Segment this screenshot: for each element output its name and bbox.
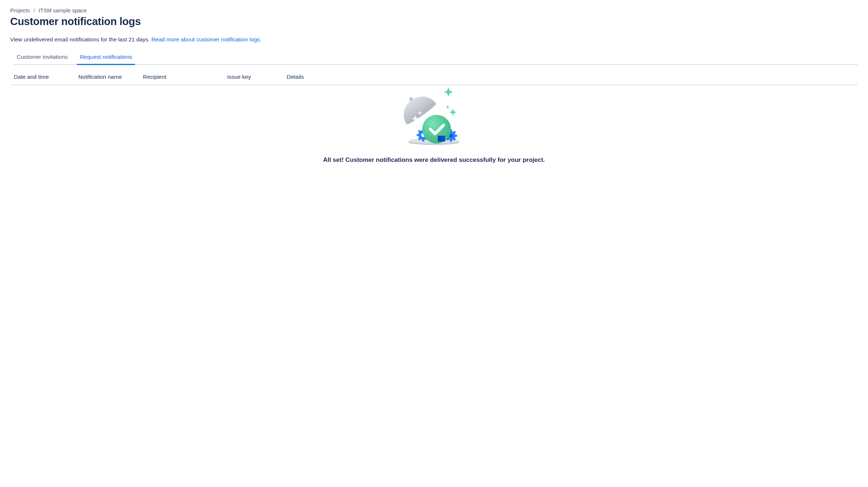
svg-rect-17	[450, 140, 452, 142]
column-details: Details	[287, 74, 858, 80]
empty-state-illustration	[401, 87, 467, 152]
empty-state-message: All set! Customer notifications were del…	[323, 156, 545, 164]
empty-state: All set! Customer notifications were del…	[10, 85, 858, 164]
breadcrumb-separator: /	[33, 7, 35, 13]
breadcrumb-project[interactable]: ITSM sample space	[38, 7, 87, 13]
svg-rect-7	[422, 139, 424, 142]
page-title: Customer notification logs	[10, 16, 858, 28]
column-issue: Issue key	[227, 74, 287, 80]
tabs: Customer invitations Request notificatio…	[14, 51, 858, 65]
column-recipient: Recipient	[143, 74, 227, 80]
column-date: Date and time	[14, 74, 78, 80]
page-description: View undelivered email notifications for…	[10, 36, 858, 43]
breadcrumb-projects[interactable]: Projects	[10, 7, 30, 13]
svg-rect-26	[438, 136, 442, 142]
tab-customer-invitations[interactable]: Customer invitations	[14, 51, 70, 65]
description-text: View undelivered email notifications for…	[10, 36, 151, 42]
svg-rect-8	[417, 134, 419, 136]
svg-rect-19	[455, 135, 457, 136]
column-name: Notification name	[78, 74, 143, 80]
svg-point-24	[422, 115, 451, 143]
breadcrumb: Projects / ITSM sample space	[10, 7, 858, 13]
table-header: Date and time Notification name Recipien…	[10, 70, 858, 85]
tab-request-notifications[interactable]: Request notifications	[77, 51, 135, 65]
success-illustration-icon	[401, 87, 467, 152]
description-link[interactable]: Read more about customer notification lo…	[151, 36, 261, 42]
